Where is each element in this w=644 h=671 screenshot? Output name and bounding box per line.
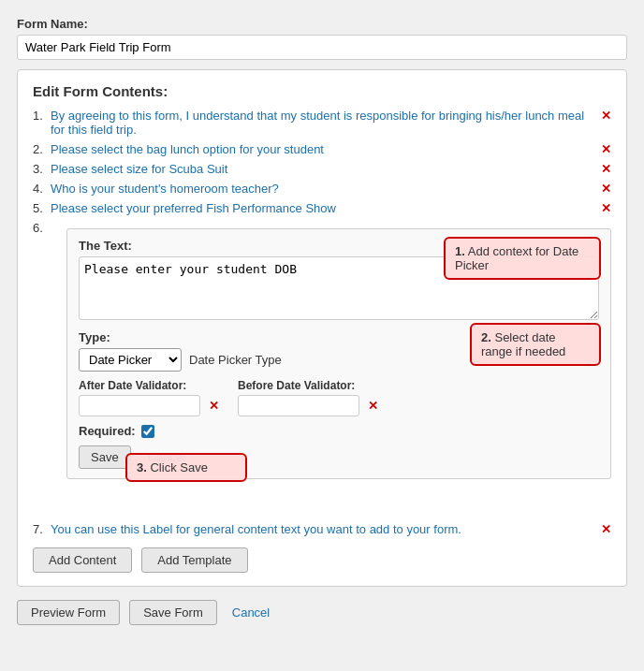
remove-icon[interactable]: ✕ <box>601 201 611 215</box>
preview-form-button[interactable]: Preview Form <box>17 600 120 625</box>
before-validator-label: Before Date Validator: <box>238 379 378 392</box>
list-item: 4. Who is your student's homeroom teache… <box>33 182 611 196</box>
page-wrapper: Form Name: Edit Form Contents: 1. By agr… <box>9 9 635 633</box>
cancel-button-footer[interactable]: Cancel <box>227 601 275 624</box>
item-text: Please select the bag lunch option for y… <box>51 142 596 156</box>
save-button[interactable]: Save <box>79 445 131 469</box>
after-validator-remove-icon[interactable]: ✕ <box>209 399 219 413</box>
item-text: Please select size for Scuba Suit <box>51 162 596 176</box>
form-name-label: Form Name: <box>17 17 627 31</box>
tooltip-click-save: 3. Click Save <box>125 453 247 482</box>
tooltip3-number: 3. <box>137 460 147 474</box>
list-item: 5. Please select your preferred Fish Per… <box>33 201 611 215</box>
tooltip1-text: Add context for Date Picker <box>455 244 578 272</box>
remove-icon[interactable]: ✕ <box>601 142 611 156</box>
item-number: 4. <box>33 182 48 196</box>
tooltip-add-context: 1. Add context for Date Picker <box>444 237 601 280</box>
item7-text: You can use this Label for general conte… <box>51 522 596 536</box>
bottom-buttons: Add Content Add Template <box>33 547 611 573</box>
before-validator-remove-icon[interactable]: ✕ <box>368 399 378 413</box>
tooltip3-text: Click Save <box>150 460 207 474</box>
form-name-input[interactable] <box>17 35 627 60</box>
item-number: 3. <box>33 162 48 176</box>
type-select[interactable]: Date Picker <box>79 348 182 372</box>
before-validator-input-row: ✕ <box>238 395 378 416</box>
validators-row: After Date Validator: ✕ Before Date Vali… <box>79 379 599 416</box>
after-validator-group: After Date Validator: ✕ <box>79 379 219 416</box>
required-checkbox[interactable] <box>141 425 154 438</box>
item7-number: 7. <box>33 522 48 536</box>
list-item: 1. By agreeing to this form, I understan… <box>33 109 611 137</box>
remove-icon[interactable]: ✕ <box>601 182 611 196</box>
before-validator-group: Before Date Validator: ✕ <box>238 379 378 416</box>
list-item: 2. Please select the bag lunch option fo… <box>33 142 611 156</box>
item6-row: 6. 1. Add context for Date Picker 2. Sel… <box>33 221 611 487</box>
before-validator-input[interactable] <box>238 395 359 416</box>
after-validator-input[interactable] <box>79 395 200 416</box>
required-row: Required: <box>79 424 599 438</box>
item-number: 2. <box>33 142 48 156</box>
add-template-button[interactable]: Add Template <box>141 547 247 573</box>
list-item: 7. You can use this Label for general co… <box>33 522 611 536</box>
form-name-section: Form Name: <box>17 17 627 60</box>
add-content-button[interactable]: Add Content <box>33 547 132 573</box>
save-form-button[interactable]: Save Form <box>129 600 217 625</box>
tooltip-date-range: 2. Select date range if needed <box>470 323 601 366</box>
footer-row: Preview Form Save Form Cancel <box>17 600 627 625</box>
item-number: 1. <box>33 109 48 123</box>
tooltip2-number: 2. <box>481 330 491 344</box>
item-text: By agreeing to this form, I understand t… <box>51 109 596 137</box>
item6-number: 6. <box>33 221 50 235</box>
item-text: Who is your student's homeroom teacher? <box>51 182 596 196</box>
item6-edit-box: 1. Add context for Date Picker 2. Select… <box>66 228 611 479</box>
save-cancel-row: Save Cancel 3. Click Save <box>79 445 599 469</box>
remove-icon[interactable]: ✕ <box>601 162 611 176</box>
required-label: Required: <box>79 424 136 438</box>
list-item: 3. Please select size for Scuba Suit ✕ <box>33 162 611 176</box>
item-text: Please select your preferred Fish Perfor… <box>51 201 596 215</box>
remove-icon[interactable]: ✕ <box>601 109 611 123</box>
edit-form-title: Edit Form Contents: <box>33 83 611 99</box>
after-validator-input-row: ✕ <box>79 395 219 416</box>
after-validator-label: After Date Validator: <box>79 379 219 392</box>
tooltip1-number: 1. <box>455 244 465 258</box>
edit-form-box: Edit Form Contents: 1. By agreeing to th… <box>17 69 627 587</box>
item7-remove-icon[interactable]: ✕ <box>601 522 611 536</box>
item-number: 5. <box>33 201 48 215</box>
tooltip2-text: Select date range if needed <box>481 330 565 358</box>
type-badge: Date Picker Type <box>189 353 282 367</box>
